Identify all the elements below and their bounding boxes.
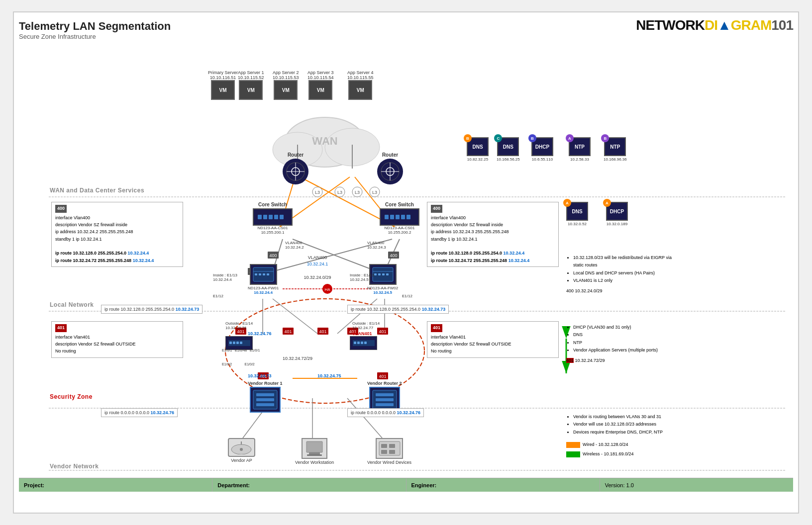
svg-text:VLAN400: VLAN400 <box>308 255 327 260</box>
vendor-wired: Vendor Wired Devices <box>367 438 411 465</box>
vlan401-label: VLAN401 <box>352 331 372 336</box>
section-wan: WAN and Data Center Services <box>50 187 144 194</box>
svg-text:400: 400 <box>269 253 277 258</box>
svg-rect-116 <box>256 393 274 396</box>
app-server-4: App Server 410.10.115.55 VM <box>347 70 374 100</box>
router-right: Router <box>377 152 403 184</box>
svg-point-2 <box>325 128 380 166</box>
svg-rect-117 <box>256 398 274 401</box>
fw02-route-label: ip route 10.32.128.0 255.255.254.0 10.32… <box>347 305 449 314</box>
svg-text:10.32.24.1: 10.32.24.1 <box>307 262 328 266</box>
diagram-area: WAN L3 L3 L3 L3 <box>19 45 793 478</box>
section-vendor: Vendor Network <box>50 463 99 470</box>
svg-text:HA: HA <box>324 287 330 292</box>
svg-point-14 <box>352 187 362 197</box>
vendor-router-1: Vendor Router 1 <box>248 381 283 413</box>
svg-rect-126 <box>306 441 322 452</box>
svg-rect-106 <box>229 342 232 344</box>
sw-left-top <box>225 336 253 350</box>
svg-rect-95 <box>255 273 257 275</box>
svg-text:10.32.24.0/29: 10.32.24.0/29 <box>304 275 331 280</box>
bullets-bottom: Vendor is routing between VLANs 30 and 3… <box>566 413 681 458</box>
svg-text:WAN: WAN <box>312 135 337 147</box>
footer-engineer: Engineer: <box>406 478 600 492</box>
logo-block: NETWORKDI▲GRAM101 <box>636 17 793 33</box>
footer-department: Department: <box>212 478 406 492</box>
svg-rect-101 <box>374 273 377 275</box>
svg-text:L3: L3 <box>337 190 342 195</box>
logo-text: NETWORKDI▲GRAM101 <box>636 17 793 33</box>
svg-rect-127 <box>309 452 320 454</box>
svg-rect-88 <box>385 215 389 219</box>
app-server-2: App Server 210.10.115.53 VM <box>273 70 299 100</box>
svg-rect-133 <box>389 450 395 454</box>
bullets-top: 10.32.128.0/23 will be redistributed via… <box>566 254 681 295</box>
main-title: Telemetry LAN Segmentation <box>19 20 171 33</box>
fw02-e1-12-label: E1/12 <box>402 294 412 298</box>
svg-rect-97 <box>263 273 265 275</box>
dns-b-orange: B DNS 10.82.32.25 <box>467 137 489 162</box>
svg-text:401: 401 <box>379 374 386 379</box>
svg-rect-118 <box>256 403 274 406</box>
svg-text:401: 401 <box>284 329 292 334</box>
dns-a-orange: A DNS 10.32.0.52 <box>566 202 588 226</box>
svg-text:L3: L3 <box>372 190 377 195</box>
svg-rect-89 <box>390 215 394 219</box>
svg-rect-109 <box>240 342 242 344</box>
info-box-right: 400 interface Vlan400 description Vendor… <box>427 202 559 267</box>
svg-text:401: 401 <box>319 329 326 334</box>
title-block: Telemetry LAN Segmentation Secure Zone I… <box>19 17 171 43</box>
svg-point-12 <box>335 187 345 197</box>
svg-point-125 <box>240 448 243 451</box>
fw02-inside-label: Inside : E1/1310.32.24.5 <box>350 273 374 282</box>
svg-rect-96 <box>259 273 261 275</box>
svg-rect-112 <box>357 342 360 344</box>
info-box-vlan401-left: 401 interface Vlan401 description Vendor… <box>51 321 183 358</box>
svg-rect-62 <box>377 372 388 379</box>
core-switch-left: Core Switch ND123-AA-CS01 10.255.200.1 <box>253 202 293 235</box>
svg-point-27 <box>322 284 332 294</box>
fw01-outside-label: Outside : E1/1410.32.24.76 <box>225 321 253 330</box>
svg-rect-85 <box>274 215 278 219</box>
svg-rect-131 <box>389 444 395 448</box>
svg-rect-114 <box>364 342 367 344</box>
vendor-workstation: Vendor Workstation <box>295 438 334 465</box>
footer-bar: Project: Department: Engineer: Version: … <box>19 478 793 492</box>
svg-rect-52 <box>283 328 294 335</box>
app-server-3: App Server 310.10.115.54 VM <box>307 70 334 100</box>
vr1-route: ip route 0.0.0.0 0.0.0.0 10.32.24.76 <box>101 408 178 417</box>
vlan401-vip2: 10.32.24.75 <box>317 373 341 378</box>
bullets-mid: DHCP (VLAN30 and 31 only) DNS NTP Vendor… <box>566 324 681 364</box>
info-box-left: 400 interface Vlan400 description Vendor… <box>51 202 183 267</box>
svg-rect-120 <box>376 393 394 396</box>
svg-rect-82 <box>258 215 262 219</box>
vlan401-subnet: 10.32.24.72/29 <box>283 356 312 361</box>
svg-rect-86 <box>280 215 284 219</box>
sw-right-top <box>350 336 377 350</box>
port-labels-left2: E1/0/2 E1/0/2 <box>222 362 255 366</box>
svg-rect-102 <box>378 273 381 275</box>
svg-rect-98 <box>267 273 269 275</box>
svg-text:L3: L3 <box>315 190 320 195</box>
ntp-b-purple: B NTP 10.168.96.36 <box>604 137 627 162</box>
info-box-vlan401-right: 401 interface Vlan401 description Vendor… <box>427 321 559 358</box>
sub-title: Secure Zone Infrastructure <box>19 33 171 40</box>
section-local: Local Network <box>50 301 94 308</box>
dhcp-a-orange: A DHCP 10.32.0.189 <box>606 202 628 226</box>
fw02-outside-label: Outside : E1/1410.32.24.77 <box>352 321 380 330</box>
svg-rect-122 <box>376 403 394 406</box>
svg-rect-107 <box>233 342 235 344</box>
vr2-route: ip route 0.0.0.0 0.0.0.0 10.32.24.76 <box>347 408 424 417</box>
vlan401-ip-left: 10.32.24.76 <box>248 331 272 336</box>
svg-text:401: 401 <box>379 329 386 334</box>
fw01-e1-12-label: E1/12 <box>213 294 223 298</box>
svg-rect-104 <box>386 273 389 275</box>
port-labels-left: E1/0/1 E1/0/48 E1/0/1 <box>222 349 260 352</box>
svg-rect-54 <box>317 328 328 335</box>
core-switch-right: Core Switch ND123-AA-CS01 10.255.200.2 <box>380 202 419 235</box>
svg-rect-130 <box>381 444 387 448</box>
svg-rect-91 <box>401 215 405 219</box>
dhcp-b-blue: B DHCP 10.6.55.110 <box>531 137 553 162</box>
vendor-ap: Vendor AP <box>228 438 255 463</box>
footer-version: Version: 1.0 <box>600 478 793 492</box>
